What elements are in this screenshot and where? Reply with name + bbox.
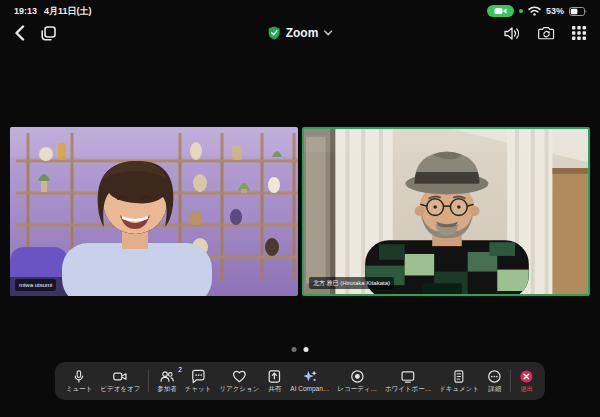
share-button[interactable]: 共有 [263,366,286,396]
app-title: Zoom [286,26,319,40]
page-dot-1 [292,347,297,352]
multitask-windows-button[interactable] [41,26,56,41]
stop-video-button[interactable]: ビデオをオフ [96,366,144,396]
record-label: レコーディ… [337,386,377,393]
whiteboard-label: ホワイトボー… [385,386,431,393]
participants-label: 参加者 [157,386,177,393]
video-camera-icon [112,369,128,384]
more-label: 詳細 [488,386,501,393]
leave-x-icon [519,369,534,384]
video-feed-miwa-utsumi [10,127,298,296]
video-tile-miwa-utsumi[interactable]: miwa utsumi [10,127,298,296]
participants-button[interactable]: 参加者 2 [153,366,181,396]
chat-bubble-icon [191,369,206,384]
security-shield-icon [268,26,281,40]
ai-sparkle-icon [302,369,318,384]
microphone-icon [72,369,86,384]
chevron-down-icon [323,30,332,36]
page-dot-2 [304,347,309,352]
record-icon [350,369,365,384]
ai-companion-button[interactable]: AI Compan… [286,366,333,396]
video-tile-hirotaka-kitakata[interactable]: 北方 雅巳 (Hirotaka Kitakata) [302,127,590,296]
camera-in-use-indicator [487,5,514,17]
apps-grid-button[interactable] [572,26,586,40]
chat-label: チャット [185,386,212,393]
meeting-info-button[interactable]: Zoom [268,26,333,40]
whiteboard-button[interactable]: ホワイトボー… [381,366,435,396]
status-bar: 19:13 4月11日(土) 53% [0,0,600,19]
share-screen-icon [267,369,282,384]
switch-camera-button[interactable] [538,26,555,40]
speaker-audio-button[interactable] [504,26,521,41]
whiteboard-icon [400,369,416,384]
participants-icon [159,369,175,384]
wifi-icon [528,6,541,16]
stop-video-label: ビデオをオフ [100,386,140,393]
leave-label: 退出 [520,386,533,393]
documents-button[interactable]: ドキュメント [435,366,483,396]
leave-meeting-button[interactable]: 退出 [515,366,538,396]
more-ellipsis-icon [487,369,502,384]
nav-bar: Zoom [0,19,600,47]
reactions-button[interactable]: リアクション [215,366,263,396]
battery-icon [569,7,588,16]
record-button[interactable]: レコーディ… [333,366,381,396]
page-indicator [292,347,309,352]
more-button[interactable]: 詳細 [483,366,506,396]
ai-companion-label: AI Compan… [290,386,329,393]
video-feed-hirotaka-kitakata [304,129,588,294]
mute-button[interactable]: ミュート [62,366,96,396]
status-date: 4月11日(土) [44,5,92,18]
ai-companion-label-sibling share-label: 共有 [268,386,281,393]
battery-percent: 53% [546,6,564,16]
mute-label: ミュート [66,386,92,393]
clock-time: 19:13 [14,6,37,16]
reactions-label: リアクション [219,386,259,393]
meeting-control-bar: ミュート ビデオをオフ 参加者 2 チャット リアクション [55,362,545,400]
camcorder-icon [494,7,507,15]
document-icon [452,369,466,384]
chat-button[interactable]: チャット [181,366,216,396]
toolbar-divider [510,370,511,392]
recording-dot [519,9,523,13]
toolbar-divider [148,370,149,392]
documents-label: ドキュメント [439,386,479,393]
video-grid: miwa utsumi [10,127,590,296]
participant-name-label: 北方 雅巳 (Hirotaka Kitakata) [309,277,394,289]
heart-icon [232,369,247,384]
back-button[interactable] [14,25,25,41]
participant-name-label: miwa utsumi [15,279,56,291]
